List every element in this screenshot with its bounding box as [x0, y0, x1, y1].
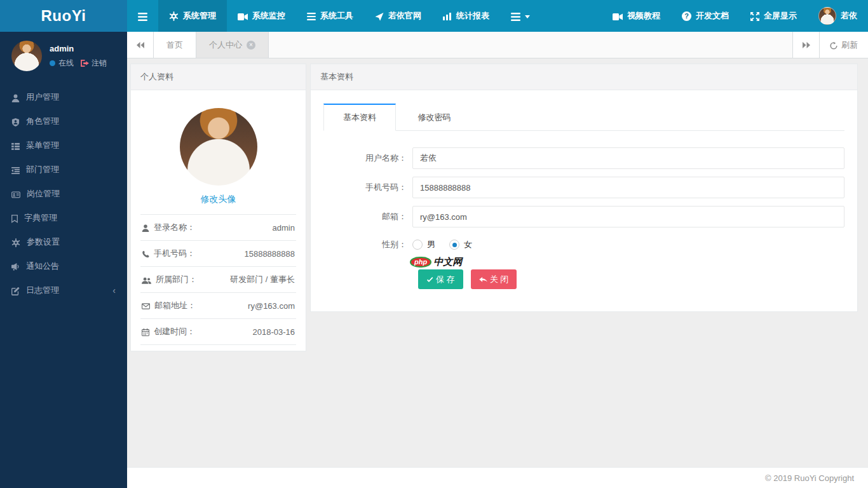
change-avatar-link[interactable]: 修改头像 — [201, 194, 236, 205]
close-button[interactable]: 关 闭 — [471, 269, 517, 289]
nav-item-video-tutorial[interactable]: 视频教程 — [602, 0, 671, 32]
check-icon — [426, 274, 433, 284]
tab-bar-right: 刷新 — [792, 32, 868, 58]
nav-item-ruoyi-website[interactable]: 若依官网 — [364, 0, 432, 32]
navbar-right: 视频教程 ? 开发文档 全屏显示 若依 — [602, 0, 868, 32]
sidebar-username: admin — [50, 44, 107, 53]
tab-personal-center[interactable]: 个人中心 × — [196, 32, 269, 58]
logout-link[interactable]: 注销 — [81, 58, 107, 69]
panel-title: 基本资料 — [320, 71, 353, 83]
profile-panel-header: 个人资料 — [131, 64, 306, 90]
nav-item-label: 系统管理 — [183, 10, 216, 22]
nav-item-label: 若依官网 — [388, 10, 421, 22]
nav-item-label: 全屏显示 — [764, 10, 797, 22]
online-status: 在线 — [58, 58, 74, 69]
sidebar-item-dept-manage[interactable]: 部门管理 — [0, 158, 127, 182]
envelope-icon — [142, 301, 154, 311]
refresh-button[interactable]: 刷新 — [819, 32, 868, 58]
sidebar-item-user-manage[interactable]: 用户管理 — [0, 85, 127, 109]
phone-input[interactable] — [412, 177, 844, 198]
sidebar-toggle-button[interactable] — [127, 0, 158, 32]
caret-down-icon — [525, 11, 530, 21]
email-input[interactable] — [412, 206, 844, 227]
basic-info-form: 用户名称： 手机号码： 邮箱： 性别： — [323, 131, 844, 289]
calendar-icon — [142, 327, 154, 337]
basic-info-panel: 基本资料 基本资料 修改密码 用户名称： 手机号码： — [310, 64, 858, 312]
avatar[interactable] — [11, 41, 42, 71]
bullhorn-icon — [11, 262, 20, 271]
save-button[interactable]: 保 存 — [418, 269, 463, 289]
profile-panel: 个人资料 修改头像 登录名称： admin 手机号码： 15888888888 — [130, 64, 306, 351]
gear-icon — [11, 237, 20, 247]
nav-username: 若依 — [841, 10, 857, 22]
paper-plane-icon — [375, 11, 384, 20]
tabs-scroll-left-button[interactable] — [127, 32, 154, 58]
user-icon — [11, 92, 20, 102]
sidebar-item-role-manage[interactable]: 角色管理 — [0, 109, 127, 133]
username-input[interactable] — [412, 147, 844, 169]
username-label: 用户名称： — [323, 152, 412, 164]
reply-icon — [479, 274, 487, 284]
online-dot-icon — [50, 60, 55, 66]
tab-home[interactable]: 首页 — [154, 32, 196, 58]
sidebar-item-post-manage[interactable]: 岗位管理 — [0, 182, 127, 206]
basic-info-panel-header: 基本资料 — [311, 64, 857, 90]
tab-basic-info[interactable]: 基本资料 — [323, 104, 396, 131]
sidebar-item-menu-manage[interactable]: 菜单管理 — [0, 133, 127, 158]
bar-chart-icon — [443, 11, 452, 21]
nav-item-user-menu[interactable]: 若依 — [808, 0, 868, 32]
close-icon[interactable]: × — [247, 41, 255, 50]
refresh-icon — [830, 40, 837, 50]
dept-icon — [11, 165, 20, 175]
sidebar-item-log-manage[interactable]: 日志管理 ‹ — [0, 278, 127, 302]
phone-icon — [142, 249, 154, 259]
topbar: RuoYi 系统管理 系统监控 系统工具 若依官网 统计报表 — [0, 0, 868, 32]
list-item-phone: 手机号码： 15888888888 — [140, 241, 296, 267]
nav-item-label: 视频教程 — [627, 10, 660, 22]
profile-info-list: 登录名称： admin 手机号码： 15888888888 所属部门： 研发部门… — [140, 214, 296, 345]
tab-change-password[interactable]: 修改密码 — [398, 105, 470, 130]
gender-label: 性别： — [323, 239, 412, 250]
sign-out-icon — [81, 58, 89, 67]
nav-item-system-manage[interactable]: 系统管理 — [158, 0, 227, 32]
nav-item-fullscreen[interactable]: 全屏显示 — [740, 0, 808, 32]
sidebar-item-config-manage[interactable]: 参数设置 — [0, 230, 127, 254]
nav-item-dev-docs[interactable]: ? 开发文档 — [671, 0, 740, 32]
list-icon — [307, 11, 316, 21]
sidebar: admin 在线 注销 用户管理 角色管理 菜单管理 部门管理 — [0, 32, 127, 488]
sidebar-item-dict-manage[interactable]: 字典管理 — [0, 206, 127, 230]
profile-avatar[interactable] — [180, 108, 257, 186]
hamburger-icon — [138, 11, 147, 20]
user-avatar — [818, 7, 836, 25]
panel-title: 个人资料 — [140, 71, 173, 83]
nav-item-label: 系统监控 — [252, 10, 285, 22]
nav-item-label: 系统工具 — [320, 10, 353, 22]
menu-bars-icon — [511, 11, 520, 20]
php-logo-icon: php — [410, 257, 431, 268]
sidebar-user-panel: admin 在线 注销 — [0, 32, 127, 81]
page-tab-bar: 首页 个人中心 × 刷新 — [127, 32, 868, 58]
dict-icon — [11, 213, 18, 222]
sidebar-item-notice-manage[interactable]: 通知公告 — [0, 254, 127, 278]
chevron-left-icon[interactable]: ‹ — [112, 285, 116, 295]
video-icon — [238, 11, 248, 21]
detail-tabs: 基本资料 修改密码 — [323, 103, 844, 131]
post-icon — [11, 189, 20, 199]
page-footer: © 2019 RuoYi Copyright — [127, 467, 868, 488]
app-logo[interactable]: RuoYi — [0, 0, 127, 32]
gender-radio-male[interactable]: 男 — [412, 239, 435, 250]
tabs-scroll-right-button[interactable] — [792, 32, 819, 58]
nav-item-more-menu[interactable] — [500, 0, 541, 32]
nav-item-label: 统计报表 — [456, 10, 489, 22]
php-cn-watermark: php 中文网 — [410, 255, 844, 268]
phone-label: 手机号码： — [323, 182, 412, 193]
radio-icon — [449, 240, 459, 250]
nav-item-system-tools[interactable]: 系统工具 — [296, 0, 364, 32]
role-icon — [11, 116, 20, 126]
nav-item-system-monitor[interactable]: 系统监控 — [227, 0, 296, 32]
nav-item-statistics-report[interactable]: 统计报表 — [432, 0, 500, 32]
top-navbar: 系统管理 系统监控 系统工具 若依官网 统计报表 视频教程 — [127, 0, 868, 32]
gender-radio-female[interactable]: 女 — [449, 239, 472, 250]
edit-icon — [11, 285, 20, 295]
list-item-department: 所属部门： 研发部门 / 董事长 — [140, 267, 296, 293]
